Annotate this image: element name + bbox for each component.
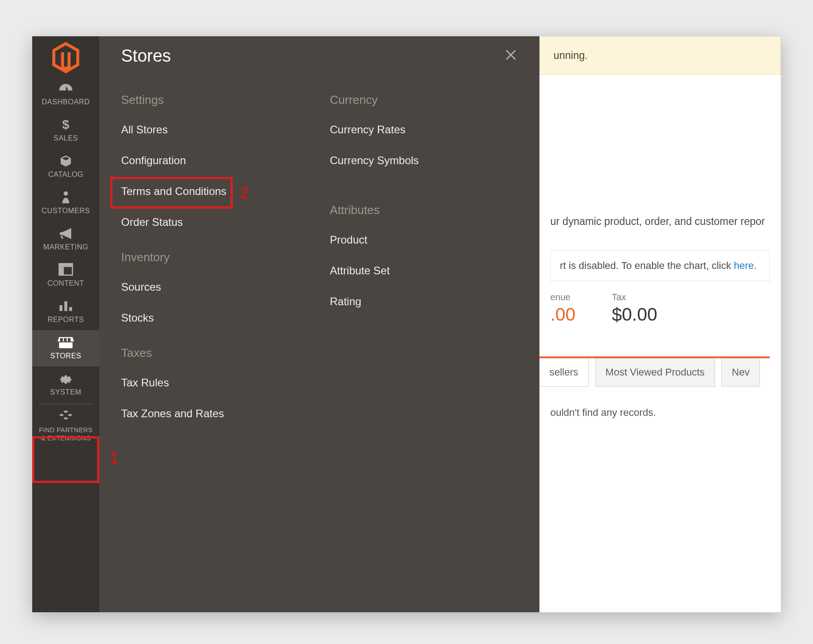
dollar-icon: $: [58, 118, 74, 132]
sidebar-item-marketing[interactable]: MARKETING: [32, 221, 99, 258]
sidebar-label: CUSTOMERS: [32, 207, 99, 215]
stat-label: enue: [550, 292, 576, 302]
sidebar-label: SALES: [32, 134, 99, 142]
flyout-item-tax-rules[interactable]: Tax Rules: [121, 376, 275, 389]
flyout-group-attributes: Attributes: [330, 203, 484, 217]
sidebar-item-reports[interactable]: REPORTS: [32, 294, 99, 330]
sidebar-item-sales[interactable]: $ SALES: [32, 112, 99, 149]
box-icon: [58, 154, 74, 168]
sidebar-item-system[interactable]: SYSTEM: [32, 366, 99, 403]
store-icon: [58, 336, 74, 349]
tab-new[interactable]: Nev: [721, 358, 760, 387]
flyout-col-left: Settings All Stores Configuration Terms …: [121, 93, 275, 438]
flyout-group-taxes: Taxes: [121, 346, 275, 360]
tab-bestsellers[interactable]: sellers: [539, 358, 589, 387]
flyout-item-sources[interactable]: Sources: [121, 281, 275, 293]
flyout-item-currency-symbols[interactable]: Currency Symbols: [330, 154, 484, 167]
stat-value: .00: [550, 304, 576, 325]
sidebar-divider: [39, 404, 93, 404]
flyout-group-inventory: Inventory: [121, 250, 275, 264]
enable-chart-link[interactable]: here: [734, 260, 754, 271]
flyout-group-settings: Settings: [121, 93, 275, 107]
flyout-title: Stores: [121, 46, 171, 66]
flyout-item-stocks[interactable]: Stocks: [121, 312, 275, 324]
flyout-item-attribute-set[interactable]: Attribute Set: [330, 264, 484, 277]
sidebar-label: FIND PARTNERS & EXTENSIONS: [37, 426, 95, 442]
sidebar-item-catalog[interactable]: CATALOG: [32, 149, 99, 185]
flyout-item-terms[interactable]: Terms and Conditions: [121, 185, 275, 198]
sidebar-item-stores[interactable]: STORES: [32, 330, 99, 366]
stores-flyout: Stores Settings All Stores Configuration…: [99, 36, 539, 612]
flyout-item-currency-rates[interactable]: Currency Rates: [330, 123, 484, 136]
sidebar-label: CONTENT: [32, 279, 99, 288]
sidebar-label: SYSTEM: [32, 388, 99, 396]
svg-rect-3: [59, 263, 73, 267]
sidebar-item-dashboard[interactable]: DASHBOARD: [32, 76, 99, 112]
sidebar-item-customers[interactable]: CUSTOMERS: [32, 185, 99, 221]
sidebar-item-partners[interactable]: FIND PARTNERS & EXTENSIONS: [32, 407, 99, 449]
svg-rect-7: [69, 307, 72, 311]
dashboard-tabs: sellers Most Viewed Products Nev: [539, 356, 770, 387]
svg-rect-4: [59, 267, 64, 275]
svg-point-1: [64, 191, 68, 195]
flyout-item-tax-zones[interactable]: Tax Zones and Rates: [121, 407, 275, 420]
close-icon[interactable]: [504, 48, 518, 64]
sidebar-label: MARKETING: [32, 243, 99, 251]
magento-logo-icon: [50, 39, 82, 76]
sidebar-item-content[interactable]: CONTENT: [32, 258, 99, 294]
gauge-icon: [58, 82, 74, 95]
stat-label: Tax: [612, 292, 657, 302]
admin-window: DASHBOARD $ SALES CATALOG CUSTOMERS MARK…: [32, 36, 781, 612]
sidebar-label: REPORTS: [32, 316, 99, 324]
flyout-item-rating[interactable]: Rating: [330, 295, 484, 308]
admin-sidebar: DASHBOARD $ SALES CATALOG CUSTOMERS MARK…: [32, 36, 99, 612]
flyout-item-order-status[interactable]: Order Status: [121, 216, 275, 229]
sidebar-label: CATALOG: [32, 171, 99, 179]
stat-value: $0.00: [612, 304, 657, 325]
flyout-group-currency: Currency: [330, 93, 484, 107]
stat-revenue: enue .00: [550, 292, 576, 325]
dashboard-content-peek: unning. ur dynamic product, order, and c…: [539, 36, 781, 612]
megaphone-icon: [58, 227, 74, 240]
flyout-item-product[interactable]: Product: [330, 234, 484, 246]
tab-most-viewed[interactable]: Most Viewed Products: [595, 358, 715, 387]
stat-tax: Tax $0.00: [612, 292, 657, 325]
sidebar-label: STORES: [32, 352, 99, 360]
svg-text:$: $: [62, 118, 69, 132]
bars-icon: [58, 299, 74, 313]
blocks-icon: [58, 410, 74, 423]
flyout-item-all-stores[interactable]: All Stores: [121, 123, 275, 136]
gear-icon: [58, 372, 74, 385]
svg-rect-6: [64, 301, 67, 311]
layout-icon: [58, 263, 74, 277]
chart-disabled-note: rt is disabled. To enable the chart, cli…: [550, 250, 770, 281]
sidebar-label: DASHBOARD: [32, 98, 99, 106]
system-banner: unning.: [539, 36, 781, 75]
svg-rect-5: [59, 305, 62, 311]
flyout-item-configuration[interactable]: Configuration: [121, 154, 275, 167]
empty-records: ouldn't find any records.: [550, 407, 770, 419]
stats-row: enue .00 Tax $0.00: [550, 290, 770, 356]
person-icon: [58, 190, 74, 204]
banner-text: unning.: [553, 49, 588, 61]
flyout-col-right: Currency Currency Rates Currency Symbols…: [330, 93, 484, 438]
dashboard-paragraph: ur dynamic product, order, and customer …: [550, 215, 770, 228]
